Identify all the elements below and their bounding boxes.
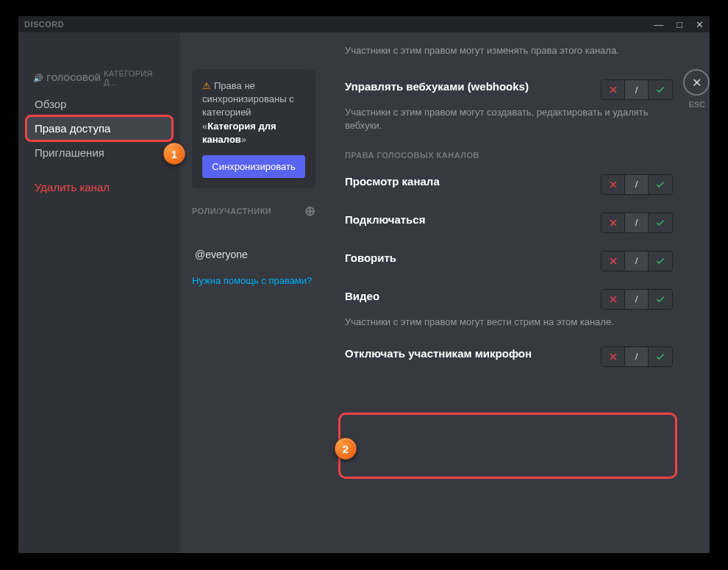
roles-header: РОЛИ/УЧАСТНИКИ ⊕ bbox=[192, 203, 315, 219]
annotation-highlight-2 bbox=[338, 413, 677, 479]
sync-notice: ⚠Права не синхронизированы с категорией … bbox=[192, 69, 315, 188]
perm-speak: Говорить / bbox=[345, 251, 673, 271]
perm-connect: Подключаться / bbox=[345, 213, 673, 233]
sidebar-header-suffix: КАТЕГОРИЯ Д... bbox=[104, 69, 165, 87]
annotation-badge-1: 1 bbox=[163, 143, 185, 165]
sidebar-header: 🔊 ГОЛОСОВОЙ КАТЕГОРИЯ Д... bbox=[27, 69, 171, 93]
perm-mute-toggle[interactable]: / bbox=[601, 346, 673, 367]
check-icon bbox=[655, 85, 665, 95]
perm-speak-title: Говорить bbox=[345, 251, 586, 266]
x-icon bbox=[609, 295, 618, 304]
check-icon bbox=[655, 352, 665, 362]
toggle-allow[interactable] bbox=[649, 347, 672, 366]
toggle-neutral[interactable]: / bbox=[625, 80, 649, 99]
close-settings-button[interactable]: ✕ bbox=[683, 69, 710, 96]
window-minimize[interactable]: — bbox=[654, 19, 663, 30]
esc-label: ESC bbox=[688, 100, 705, 109]
annotation-badge-2: 2 bbox=[335, 438, 357, 460]
perm-video-title: Видео bbox=[345, 289, 586, 304]
nav-permissions-label: Права доступа bbox=[35, 122, 110, 135]
perm-webhooks-desc: Участники с этим правом могут создавать,… bbox=[345, 106, 673, 132]
toggle-allow[interactable] bbox=[649, 213, 672, 232]
nav-permissions[interactable]: Права доступа bbox=[27, 117, 171, 140]
perm-webhooks: Управлять вебхуками (webhooks) / Участни… bbox=[345, 79, 673, 132]
toggle-neutral[interactable]: / bbox=[625, 252, 649, 271]
toggle-allow[interactable] bbox=[649, 290, 672, 309]
perm-webhooks-title: Управлять вебхуками (webhooks) bbox=[345, 79, 586, 94]
toggle-allow[interactable] bbox=[649, 175, 672, 194]
perm-mute-title: Отключать участникам микрофон bbox=[345, 346, 586, 361]
app-name: DISCORD bbox=[24, 20, 64, 29]
toggle-deny[interactable] bbox=[602, 347, 625, 366]
nav-overview[interactable]: Обзор bbox=[27, 93, 171, 115]
perm-view-toggle[interactable]: / bbox=[601, 174, 673, 195]
x-icon bbox=[609, 180, 618, 189]
add-role-icon[interactable]: ⊕ bbox=[304, 203, 316, 219]
toggle-deny[interactable] bbox=[602, 252, 625, 271]
toggle-neutral[interactable]: / bbox=[625, 290, 649, 309]
toggle-allow[interactable] bbox=[649, 252, 672, 271]
perm-video-desc: Участники с этим правом могут вести стри… bbox=[345, 316, 673, 329]
x-icon bbox=[609, 257, 618, 266]
perm-webhooks-toggle[interactable]: / bbox=[601, 79, 673, 100]
toggle-deny[interactable] bbox=[602, 80, 625, 99]
check-icon bbox=[655, 179, 665, 190]
perm-connect-title: Подключаться bbox=[345, 213, 586, 227]
x-icon bbox=[609, 85, 618, 94]
perm-mute: Отключать участникам микрофон / bbox=[345, 346, 673, 367]
perm-speak-toggle[interactable]: / bbox=[601, 251, 673, 271]
toggle-allow[interactable] bbox=[649, 80, 672, 99]
perm-video-toggle[interactable]: / bbox=[601, 289, 673, 310]
close-icon: ✕ bbox=[692, 76, 702, 90]
sidebar: 🔊 ГОЛОСОВОЙ КАТЕГОРИЯ Д... Обзор Права д… bbox=[18, 32, 180, 553]
sync-text: ⚠Права не синхронизированы с категорией … bbox=[202, 79, 305, 146]
toggle-neutral[interactable]: / bbox=[625, 213, 649, 232]
x-icon bbox=[609, 352, 618, 361]
check-icon bbox=[655, 218, 665, 228]
role-everyone[interactable]: @everyone bbox=[192, 243, 315, 266]
window-maximize[interactable]: □ bbox=[677, 19, 682, 30]
roles-column: ⚠Права не синхронизированы с категорией … bbox=[180, 32, 327, 553]
voice-section-header: ПРАВА ГОЛОСОВЫХ КАНАЛОВ bbox=[345, 151, 673, 160]
x-icon bbox=[609, 218, 618, 227]
nav-delete-channel[interactable]: Удалить канал bbox=[27, 176, 171, 199]
toggle-deny[interactable] bbox=[602, 175, 625, 194]
sidebar-header-title: ГОЛОСОВОЙ bbox=[46, 74, 101, 82]
check-icon bbox=[655, 256, 665, 266]
toggle-deny[interactable] bbox=[602, 290, 625, 309]
perm-video: Видео / Участники с этим правом могут ве… bbox=[345, 289, 673, 329]
roles-header-label: РОЛИ/УЧАСТНИКИ bbox=[192, 207, 271, 215]
window-close[interactable]: ✕ bbox=[696, 19, 704, 30]
check-icon bbox=[655, 294, 665, 304]
nav-invites[interactable]: Приглашения bbox=[27, 141, 171, 164]
toggle-neutral[interactable]: / bbox=[625, 175, 649, 194]
perm-view-title: Просмотр канала bbox=[345, 174, 586, 189]
perm-view-channel: Просмотр канала / bbox=[345, 174, 673, 195]
permissions-panel: ✕ ESC Участники с этим правом могут изме… bbox=[327, 32, 710, 553]
sync-button[interactable]: Синхронизировать bbox=[202, 155, 305, 178]
permissions-help-link[interactable]: Нужна помощь с правами? bbox=[192, 275, 315, 286]
warning-icon: ⚠ bbox=[202, 80, 211, 91]
toggle-neutral[interactable]: / bbox=[625, 347, 649, 366]
volume-icon: 🔊 bbox=[33, 74, 43, 83]
perm-connect-toggle[interactable]: / bbox=[601, 213, 673, 233]
perm-desc-top: Участники с этим правом могут изменять п… bbox=[345, 44, 673, 57]
titlebar: DISCORD — □ ✕ bbox=[18, 16, 710, 32]
toggle-deny[interactable] bbox=[602, 213, 625, 232]
